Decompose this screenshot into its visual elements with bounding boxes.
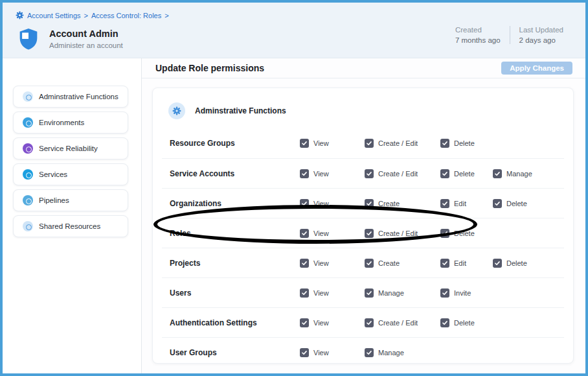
permission-cell-manage: Manage xyxy=(493,169,532,178)
permission-label: Delete xyxy=(454,319,475,327)
settings-gear-icon xyxy=(16,11,24,19)
permission-cell-invite: Invite xyxy=(440,288,471,298)
permission-cell-delete: Delete xyxy=(440,229,475,238)
service-accounts-delete-checkbox[interactable] xyxy=(440,169,449,178)
permission-cell-view: View xyxy=(300,139,329,148)
sidebar-item-shared-resources[interactable]: Shared Resources xyxy=(13,215,128,237)
section-header: Adminstrative Functions xyxy=(153,88,573,128)
projects-edit-checkbox[interactable] xyxy=(440,259,449,268)
sidebar-item-label: Pipelines xyxy=(39,196,69,204)
service-accounts-view-checkbox[interactable] xyxy=(300,169,309,178)
user-groups-view-checkbox[interactable] xyxy=(300,348,309,357)
sidebar-item-services[interactable]: Services xyxy=(13,163,128,185)
permission-label: Delete xyxy=(506,200,527,207)
permission-label: Create / Edit xyxy=(378,229,418,237)
resource-groups-view-checkbox[interactable] xyxy=(300,139,309,148)
permission-row-projects: ProjectsViewCreateEditDelete xyxy=(162,248,564,277)
user-groups-manage-checkbox[interactable] xyxy=(365,348,374,357)
permission-label: View xyxy=(313,200,329,207)
role-heading: Account Admin Administer an account xyxy=(49,29,123,49)
toolbar-title: Update Role permissions xyxy=(155,63,264,73)
permission-cell-create-edit: Create / Edit xyxy=(365,139,418,148)
permission-label: Edit xyxy=(454,200,466,207)
sidebar-item-environments[interactable]: Environments xyxy=(13,112,128,134)
pipelines-icon xyxy=(23,195,33,206)
permission-label: View xyxy=(313,289,329,297)
service-accounts-manage-checkbox[interactable] xyxy=(493,169,502,178)
created-value: 7 months ago xyxy=(455,36,501,44)
organizations-create-checkbox[interactable] xyxy=(365,199,374,208)
roles-view-checkbox[interactable] xyxy=(300,229,309,238)
sidebar-item-label: Environments xyxy=(39,119,84,126)
permission-label: Delete xyxy=(506,259,527,267)
permissions-toolbar: Update Role permissions Apply Changes xyxy=(142,58,585,78)
organizations-view-checkbox[interactable] xyxy=(300,199,309,208)
permission-label: View xyxy=(313,319,329,327)
permission-cell-view: View xyxy=(300,348,329,357)
permission-row-authentication-settings: Authentication SettingsViewCreate / Edit… xyxy=(162,307,564,337)
projects-delete-checkbox[interactable] xyxy=(493,259,502,268)
permission-cell-edit: Edit xyxy=(440,199,466,208)
breadcrumb-access-control-roles[interactable]: Access Control: Roles xyxy=(91,12,161,19)
authentication-settings-create-edit-checkbox[interactable] xyxy=(365,318,374,327)
permission-cell-create-edit: Create / Edit xyxy=(365,169,418,178)
users-view-checkbox[interactable] xyxy=(300,288,309,298)
permission-row-resource-groups: Resource GroupsViewCreate / EditDelete xyxy=(162,128,564,158)
last-updated-meta: Last Updated 2 days ago xyxy=(510,26,572,44)
authentication-settings-delete-checkbox[interactable] xyxy=(440,318,449,327)
permission-label: Create xyxy=(378,259,400,267)
permission-label: Delete xyxy=(454,170,475,178)
permission-cell-view: View xyxy=(300,199,329,208)
permission-cell-manage: Manage xyxy=(365,288,404,298)
sidebar-item-pipelines[interactable]: Pipelines xyxy=(13,189,128,211)
permission-cell-create: Create xyxy=(365,199,400,208)
users-manage-checkbox[interactable] xyxy=(365,288,374,298)
main-area: Adminstrative FunctionsEnvironmentsServi… xyxy=(3,58,585,373)
roles-create-edit-checkbox[interactable] xyxy=(365,229,374,238)
resource-groups-delete-checkbox[interactable] xyxy=(440,139,449,148)
breadcrumb-account-settings[interactable]: Account Settings xyxy=(27,12,81,19)
sidebar-item-adminstrative-functions[interactable]: Adminstrative Functions xyxy=(13,86,128,108)
permissions-content: Update Role permissions Apply Changes xyxy=(142,58,585,373)
permission-cell-manage: Manage xyxy=(365,348,404,357)
permission-label: View xyxy=(313,349,329,357)
permission-row-service-accounts: Service AccountsViewCreate / EditDeleteM… xyxy=(162,158,564,188)
role-meta: Created 7 months ago Last Updated 2 days… xyxy=(446,26,572,44)
authentication-settings-view-checkbox[interactable] xyxy=(300,318,309,327)
sidebar-item-label: Adminstrative Functions xyxy=(39,93,119,100)
role-title-block: Account Admin Administer an account xyxy=(18,27,123,51)
permission-label: Manage xyxy=(506,170,532,178)
sidebar-item-label: Shared Resources xyxy=(39,222,100,230)
breadcrumb-separator: > xyxy=(84,12,88,19)
projects-view-checkbox[interactable] xyxy=(300,259,309,268)
organizations-delete-checkbox[interactable] xyxy=(493,199,502,208)
users-invite-checkbox[interactable] xyxy=(440,288,449,298)
permission-label: Create xyxy=(378,200,400,207)
permission-cell-delete: Delete xyxy=(440,318,475,327)
permission-cell-view: View xyxy=(300,259,329,268)
permission-cell-delete: Delete xyxy=(493,259,527,268)
breadcrumb-separator: > xyxy=(164,12,168,19)
permission-label: Delete xyxy=(454,229,475,237)
shield-icon xyxy=(18,27,39,51)
resource-groups-create-edit-checkbox[interactable] xyxy=(365,139,374,148)
permission-label: Manage xyxy=(378,349,404,357)
organizations-edit-checkbox[interactable] xyxy=(440,199,449,208)
last-updated-label: Last Updated xyxy=(519,26,563,34)
page-subtitle: Administer an account xyxy=(49,41,123,49)
permission-row-organizations: OrganizationsViewCreateEditDelete xyxy=(162,188,564,218)
roles-delete-checkbox[interactable] xyxy=(440,229,449,238)
projects-create-checkbox[interactable] xyxy=(365,259,374,268)
resource-label: Organizations xyxy=(170,199,221,208)
permission-label: View xyxy=(313,229,329,237)
sidebar-item-service-reliability[interactable]: Service Reliability xyxy=(13,137,128,159)
permission-rows: Resource GroupsViewCreate / EditDeleteSe… xyxy=(153,128,573,364)
service-reliability-icon xyxy=(23,143,33,154)
gear-icon xyxy=(168,102,185,119)
permission-label: Edit xyxy=(454,259,466,267)
permission-cell-delete: Delete xyxy=(493,199,527,208)
service-accounts-create-edit-checkbox[interactable] xyxy=(365,169,374,178)
resource-label: Resource Groups xyxy=(170,139,235,148)
gear-icon xyxy=(23,91,33,102)
apply-changes-button[interactable]: Apply Changes xyxy=(501,62,572,75)
